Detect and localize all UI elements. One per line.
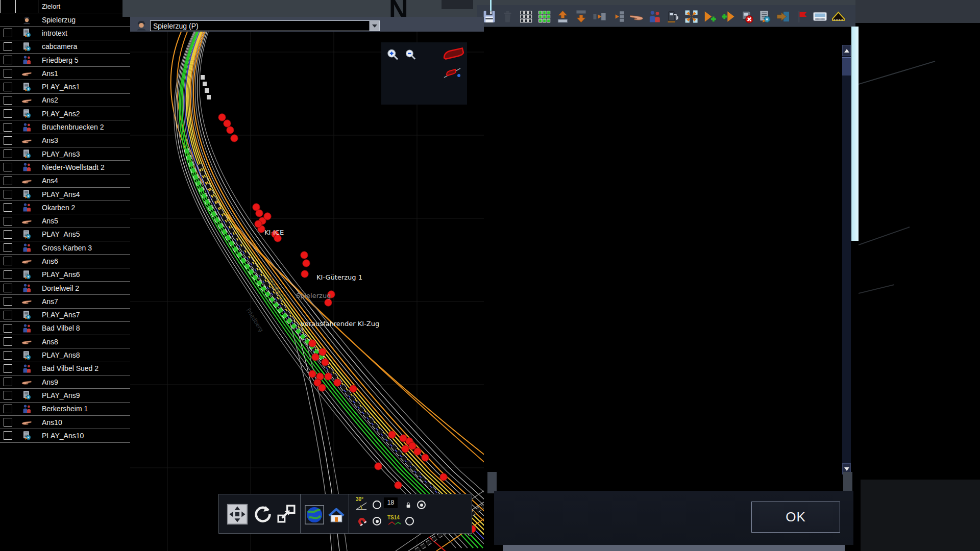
- mode-radio-selected[interactable]: [417, 500, 426, 509]
- center-view-icon[interactable]: [683, 8, 699, 24]
- add-route-point-icon[interactable]: [701, 8, 718, 24]
- track-style-radio[interactable]: [405, 517, 414, 525]
- row-checkbox[interactable]: [4, 69, 12, 78]
- script-settings-icon[interactable]: [756, 8, 773, 24]
- row-checkbox[interactable]: [4, 297, 12, 306]
- grid-white-icon[interactable]: [518, 8, 534, 24]
- pointing-hand-icon[interactable]: [628, 8, 644, 24]
- row-checkbox[interactable]: [4, 136, 12, 145]
- timetable-scrollbar[interactable]: [842, 45, 851, 474]
- lock-icon[interactable]: [404, 498, 412, 512]
- row-checkbox[interactable]: [4, 96, 12, 105]
- fuel-pump-icon[interactable]: [665, 8, 681, 24]
- row-checkbox[interactable]: [4, 324, 12, 333]
- scroll-up-button[interactable]: [842, 45, 851, 56]
- row-checkbox[interactable]: [4, 217, 12, 226]
- row-checkbox[interactable]: [4, 203, 12, 212]
- row-checkbox[interactable]: [4, 177, 12, 185]
- row-checkbox[interactable]: [4, 337, 12, 346]
- signal-large-icon[interactable]: [443, 46, 465, 60]
- magnet-snap-radio[interactable]: [373, 517, 381, 525]
- script-icon: [15, 269, 38, 280]
- checkbox-cell: [0, 109, 15, 118]
- row-checkbox[interactable]: [4, 123, 12, 132]
- home-view-button[interactable]: [327, 506, 346, 525]
- hand-icon: [15, 256, 38, 266]
- signal-small-icon[interactable]: [443, 65, 462, 80]
- export-down-icon[interactable]: [573, 8, 589, 24]
- background-tracks: [859, 31, 980, 316]
- row-checkbox[interactable]: [4, 391, 12, 399]
- rotate-tool-button[interactable]: [253, 504, 273, 524]
- row-checkbox[interactable]: [4, 243, 12, 252]
- people-icon: [15, 283, 38, 293]
- row-checkbox[interactable]: [4, 257, 12, 265]
- row-checkbox[interactable]: [4, 311, 12, 319]
- insert-after-icon[interactable]: [609, 8, 626, 24]
- checkbox-cell: [0, 230, 15, 239]
- train-selector[interactable]: Spielerzug (P): [150, 20, 380, 31]
- row-checkbox[interactable]: [4, 149, 12, 158]
- move-object-button[interactable]: [276, 504, 297, 524]
- control-panel-icon[interactable]: [812, 8, 828, 24]
- row-checkbox[interactable]: [4, 284, 12, 292]
- script-icon: [15, 189, 38, 199]
- scrollbar-thumb[interactable]: [842, 57, 851, 76]
- row-checkbox[interactable]: [4, 109, 12, 118]
- magnet-snap-icon[interactable]: [355, 515, 369, 528]
- jump-to-icon[interactable]: [775, 8, 791, 24]
- row-checkbox[interactable]: [4, 418, 12, 427]
- column-header: [15, 0, 38, 13]
- angle-snap-radio[interactable]: [373, 500, 381, 509]
- row-checkbox[interactable]: [4, 405, 12, 413]
- hand-icon: [15, 216, 38, 227]
- map-label: KI-ICE: [264, 229, 284, 236]
- append-route-point-icon[interactable]: [720, 8, 736, 24]
- row-checkbox[interactable]: [4, 431, 12, 440]
- row-checkbox[interactable]: [4, 351, 12, 360]
- raster-value[interactable]: 18: [384, 497, 398, 508]
- script-icon: [15, 430, 38, 441]
- delete-train-icon[interactable]: [738, 8, 754, 24]
- train-selector-dropdown-button[interactable]: [369, 21, 379, 31]
- main-toolbar: [481, 7, 846, 26]
- row-checkbox[interactable]: [4, 378, 12, 386]
- passengers-icon[interactable]: [646, 8, 663, 24]
- ok-button[interactable]: OK: [751, 502, 840, 533]
- row-checkbox[interactable]: [4, 364, 12, 373]
- divider: [349, 494, 349, 533]
- script-icon: [15, 28, 38, 38]
- row-checkbox[interactable]: [4, 190, 12, 198]
- checkbox-cell: [0, 190, 15, 198]
- top-right-strip: [855, 0, 980, 23]
- insert-before-icon[interactable]: [591, 8, 607, 24]
- pan-tool-button[interactable]: [226, 503, 249, 525]
- checkbox-cell: [0, 257, 15, 265]
- script-icon: [15, 82, 38, 92]
- route-map[interactable]: KI-ICEKI-Güterzug 1Spielerzugvorausfahre…: [130, 32, 484, 551]
- row-checkbox[interactable]: [4, 42, 12, 51]
- row-checkbox[interactable]: [4, 230, 12, 239]
- checkbox-cell: [0, 177, 15, 185]
- import-up-icon[interactable]: [554, 8, 571, 24]
- station-roof-icon[interactable]: [830, 8, 846, 24]
- checkbox-cell: [0, 123, 15, 132]
- track-map-canvas[interactable]: [130, 32, 484, 551]
- checkbox-cell: [0, 42, 15, 51]
- zoom-out-icon[interactable]: [404, 48, 417, 61]
- row-checkbox[interactable]: [4, 56, 12, 64]
- row-checkbox[interactable]: [4, 29, 12, 37]
- map-control-panel: [381, 42, 467, 105]
- checkbox-cell: [0, 96, 15, 105]
- hand-icon: [15, 296, 38, 307]
- grid-green-icon[interactable]: [536, 8, 552, 24]
- row-checkbox[interactable]: [4, 83, 12, 91]
- globe-view-button[interactable]: [305, 505, 324, 525]
- row-checkbox[interactable]: [4, 163, 12, 171]
- script-icon: [15, 390, 38, 400]
- flag-icon[interactable]: [793, 8, 810, 24]
- angle-snap-icon[interactable]: [355, 502, 368, 511]
- zoom-in-icon[interactable]: [385, 47, 400, 62]
- row-checkbox[interactable]: [4, 270, 12, 279]
- checkbox-cell: [0, 243, 15, 252]
